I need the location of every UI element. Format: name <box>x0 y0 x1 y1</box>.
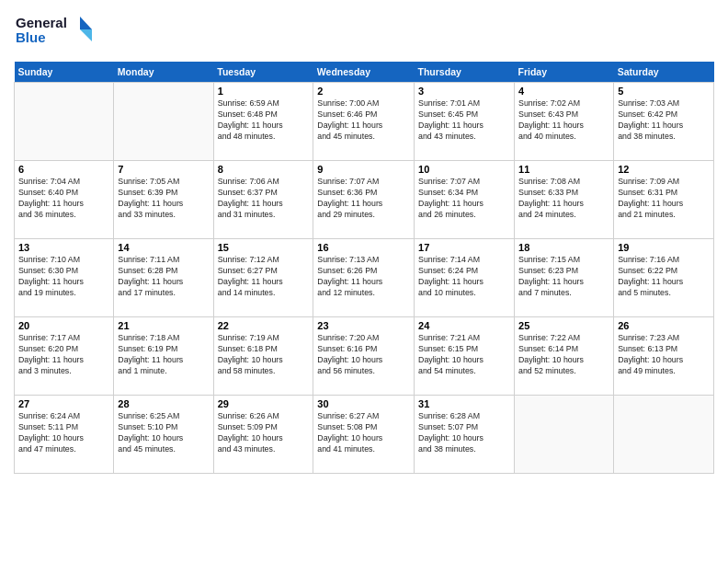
day-number: 3 <box>418 86 510 97</box>
weekday-sunday: Sunday <box>15 62 114 83</box>
day-cell: 24Sunrise: 7:21 AM Sunset: 6:15 PM Dayli… <box>415 317 515 396</box>
week-row-5: 27Sunrise: 6:24 AM Sunset: 5:11 PM Dayli… <box>15 396 714 474</box>
day-number: 16 <box>317 242 410 253</box>
svg-text:General: General <box>16 15 67 30</box>
day-number: 27 <box>18 398 109 409</box>
day-cell: 22Sunrise: 7:19 AM Sunset: 6:18 PM Dayli… <box>213 317 313 396</box>
day-number: 2 <box>317 86 410 97</box>
day-cell: 28Sunrise: 6:25 AM Sunset: 5:10 PM Dayli… <box>114 396 213 474</box>
day-info: Sunrise: 6:25 AM Sunset: 5:10 PM Dayligh… <box>118 411 209 455</box>
day-number: 29 <box>218 398 310 409</box>
day-number: 8 <box>218 164 310 175</box>
weekday-friday: Friday <box>515 62 614 83</box>
day-info: Sunrise: 7:13 AM Sunset: 6:26 PM Dayligh… <box>317 255 410 299</box>
day-number: 21 <box>118 320 209 331</box>
day-cell: 14Sunrise: 7:11 AM Sunset: 6:28 PM Dayli… <box>114 239 213 317</box>
day-number: 10 <box>418 164 510 175</box>
day-cell: 15Sunrise: 7:12 AM Sunset: 6:27 PM Dayli… <box>213 239 313 317</box>
day-number: 24 <box>418 320 510 331</box>
day-cell <box>515 396 614 474</box>
day-info: Sunrise: 7:19 AM Sunset: 6:18 PM Dayligh… <box>218 333 310 377</box>
day-number: 6 <box>18 164 109 175</box>
day-cell: 19Sunrise: 7:16 AM Sunset: 6:22 PM Dayli… <box>614 239 714 317</box>
day-cell: 8Sunrise: 7:06 AM Sunset: 6:37 PM Daylig… <box>213 161 313 239</box>
svg-text:Blue: Blue <box>16 29 46 45</box>
day-cell: 6Sunrise: 7:04 AM Sunset: 6:40 PM Daylig… <box>15 161 114 239</box>
day-cell: 4Sunrise: 7:02 AM Sunset: 6:43 PM Daylig… <box>515 83 614 161</box>
day-cell: 27Sunrise: 6:24 AM Sunset: 5:11 PM Dayli… <box>15 396 114 474</box>
day-info: Sunrise: 7:01 AM Sunset: 6:45 PM Dayligh… <box>418 98 510 143</box>
day-number: 17 <box>418 242 510 253</box>
day-info: Sunrise: 6:24 AM Sunset: 5:11 PM Dayligh… <box>18 411 109 455</box>
day-cell: 10Sunrise: 7:07 AM Sunset: 6:34 PM Dayli… <box>415 161 515 239</box>
day-cell: 16Sunrise: 7:13 AM Sunset: 6:26 PM Dayli… <box>313 239 415 317</box>
day-cell: 31Sunrise: 6:28 AM Sunset: 5:07 PM Dayli… <box>415 396 515 474</box>
day-cell: 20Sunrise: 7:17 AM Sunset: 6:20 PM Dayli… <box>15 317 114 396</box>
calendar-body: 1Sunrise: 6:59 AM Sunset: 6:48 PM Daylig… <box>15 83 714 474</box>
calendar-table: SundayMondayTuesdayWednesdayThursdayFrid… <box>14 62 714 474</box>
day-cell: 18Sunrise: 7:15 AM Sunset: 6:23 PM Dayli… <box>515 239 614 317</box>
day-number: 15 <box>218 242 310 253</box>
day-info: Sunrise: 7:15 AM Sunset: 6:23 PM Dayligh… <box>518 255 609 299</box>
day-number: 20 <box>18 320 109 331</box>
day-cell <box>614 396 714 474</box>
day-info: Sunrise: 7:20 AM Sunset: 6:16 PM Dayligh… <box>317 333 410 377</box>
day-number: 7 <box>118 164 209 175</box>
day-number: 4 <box>518 86 609 97</box>
week-row-2: 6Sunrise: 7:04 AM Sunset: 6:40 PM Daylig… <box>15 161 714 239</box>
day-info: Sunrise: 7:22 AM Sunset: 6:14 PM Dayligh… <box>518 333 609 377</box>
day-info: Sunrise: 7:17 AM Sunset: 6:20 PM Dayligh… <box>18 333 109 377</box>
weekday-wednesday: Wednesday <box>313 62 415 83</box>
weekday-header-row: SundayMondayTuesdayWednesdayThursdayFrid… <box>15 62 714 83</box>
day-cell: 3Sunrise: 7:01 AM Sunset: 6:45 PM Daylig… <box>415 83 515 161</box>
day-number: 11 <box>518 164 609 175</box>
day-info: Sunrise: 7:18 AM Sunset: 6:19 PM Dayligh… <box>118 333 209 377</box>
day-info: Sunrise: 7:06 AM Sunset: 6:37 PM Dayligh… <box>218 177 310 221</box>
day-number: 19 <box>618 242 710 253</box>
day-number: 28 <box>118 398 209 409</box>
day-cell: 9Sunrise: 7:07 AM Sunset: 6:36 PM Daylig… <box>313 161 415 239</box>
day-cell: 21Sunrise: 7:18 AM Sunset: 6:19 PM Dayli… <box>114 317 213 396</box>
day-info: Sunrise: 7:10 AM Sunset: 6:30 PM Dayligh… <box>18 255 109 299</box>
day-cell: 17Sunrise: 7:14 AM Sunset: 6:24 PM Dayli… <box>415 239 515 317</box>
day-number: 9 <box>317 164 410 175</box>
day-cell: 12Sunrise: 7:09 AM Sunset: 6:31 PM Dayli… <box>614 161 714 239</box>
day-info: Sunrise: 7:12 AM Sunset: 6:27 PM Dayligh… <box>218 255 310 299</box>
day-cell: 29Sunrise: 6:26 AM Sunset: 5:09 PM Dayli… <box>213 396 313 474</box>
header: General Blue <box>14 9 714 54</box>
day-info: Sunrise: 6:26 AM Sunset: 5:09 PM Dayligh… <box>218 411 310 455</box>
day-cell <box>114 83 213 161</box>
day-info: Sunrise: 6:28 AM Sunset: 5:07 PM Dayligh… <box>418 411 510 455</box>
day-number: 18 <box>518 242 609 253</box>
day-cell: 26Sunrise: 7:23 AM Sunset: 6:13 PM Dayli… <box>614 317 714 396</box>
day-number: 23 <box>317 320 410 331</box>
day-info: Sunrise: 7:23 AM Sunset: 6:13 PM Dayligh… <box>618 333 710 377</box>
day-cell: 11Sunrise: 7:08 AM Sunset: 6:33 PM Dayli… <box>515 161 614 239</box>
day-info: Sunrise: 7:07 AM Sunset: 6:36 PM Dayligh… <box>317 177 410 221</box>
day-number: 1 <box>218 86 310 97</box>
day-number: 31 <box>418 398 510 409</box>
calendar-container: General Blue SundayMondayTuesdayWednesda… <box>0 0 728 481</box>
weekday-thursday: Thursday <box>415 62 515 83</box>
day-info: Sunrise: 7:11 AM Sunset: 6:28 PM Dayligh… <box>118 255 209 299</box>
day-info: Sunrise: 6:59 AM Sunset: 6:48 PM Dayligh… <box>218 98 310 143</box>
day-number: 22 <box>218 320 310 331</box>
day-info: Sunrise: 7:21 AM Sunset: 6:15 PM Dayligh… <box>418 333 510 377</box>
day-info: Sunrise: 7:16 AM Sunset: 6:22 PM Dayligh… <box>618 255 710 299</box>
day-cell <box>15 83 114 161</box>
day-cell: 30Sunrise: 6:27 AM Sunset: 5:08 PM Dayli… <box>313 396 415 474</box>
day-cell: 7Sunrise: 7:05 AM Sunset: 6:39 PM Daylig… <box>114 161 213 239</box>
weekday-monday: Monday <box>114 62 213 83</box>
day-info: Sunrise: 7:03 AM Sunset: 6:42 PM Dayligh… <box>618 98 710 143</box>
day-info: Sunrise: 7:07 AM Sunset: 6:34 PM Dayligh… <box>418 177 510 221</box>
day-number: 25 <box>518 320 609 331</box>
week-row-1: 1Sunrise: 6:59 AM Sunset: 6:48 PM Daylig… <box>15 83 714 161</box>
day-info: Sunrise: 7:08 AM Sunset: 6:33 PM Dayligh… <box>518 177 609 221</box>
svg-marker-2 <box>80 17 92 29</box>
day-number: 30 <box>317 398 410 409</box>
day-info: Sunrise: 7:02 AM Sunset: 6:43 PM Dayligh… <box>518 98 609 143</box>
day-cell: 1Sunrise: 6:59 AM Sunset: 6:48 PM Daylig… <box>213 83 313 161</box>
day-number: 13 <box>18 242 109 253</box>
day-info: Sunrise: 7:14 AM Sunset: 6:24 PM Dayligh… <box>418 255 510 299</box>
week-row-4: 20Sunrise: 7:17 AM Sunset: 6:20 PM Dayli… <box>15 317 714 396</box>
